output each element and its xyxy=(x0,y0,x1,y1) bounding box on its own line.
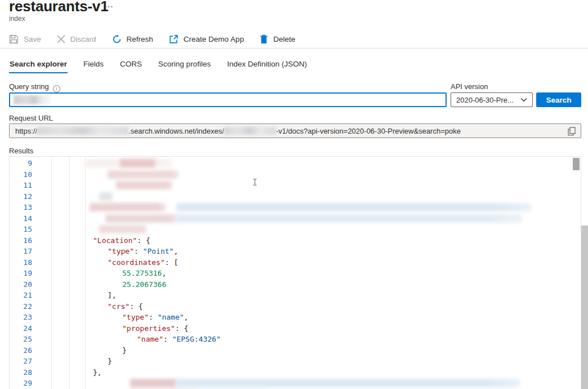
tab-cors[interactable]: CORS xyxy=(119,58,142,73)
redacted-block xyxy=(116,181,172,189)
search-button[interactable]: Search xyxy=(536,92,581,107)
redacted-block xyxy=(105,214,177,223)
request-url-label: Request URL xyxy=(9,114,53,122)
command-bar: SaveDiscardRefreshCreate Demo AppDelete xyxy=(9,31,295,47)
code-line: 29 xyxy=(10,378,581,389)
redacted-block xyxy=(99,225,147,233)
page-scrollbar[interactable] xyxy=(581,0,588,389)
code-line: 14 xyxy=(10,213,581,224)
search-explorer-page: restaurants-v1 ⋯ index SaveDiscardRefres… xyxy=(0,0,588,389)
code-text: "crs": { xyxy=(10,301,581,312)
code-line: 1955.275316, xyxy=(10,268,581,279)
code-text: ], xyxy=(10,290,581,301)
code-text: 55.275316, xyxy=(10,268,581,279)
discard-button[interactable]: Discard xyxy=(57,35,96,43)
code-text: "Location": { xyxy=(10,235,581,246)
redacted-code-text xyxy=(10,191,581,202)
query-string-label: Query stringi xyxy=(9,82,60,92)
request-url-text: https://.search.windows.net/indexes/-v1/… xyxy=(15,127,461,135)
code-line: 17"type": "Point", xyxy=(10,246,581,257)
code-text: "coordinates": [ xyxy=(10,257,581,268)
code-text: } xyxy=(10,345,581,356)
code-line: 9 xyxy=(10,158,581,169)
query-redacted-value xyxy=(14,95,51,104)
toolbar-item-label: Discard xyxy=(70,35,96,43)
info-icon[interactable]: i xyxy=(53,85,60,92)
code-line: 10 xyxy=(10,169,581,180)
redacted-block xyxy=(108,170,179,179)
toolbar-divider xyxy=(0,48,588,48)
code-text: } xyxy=(10,356,581,367)
discard-icon xyxy=(57,35,65,43)
code-line: 11 xyxy=(10,180,581,191)
code-line: 24"properties": { xyxy=(10,323,581,334)
results-editor[interactable]: 910111213141516"Location": {17"type": "P… xyxy=(9,156,581,389)
redacted-code-text xyxy=(10,180,581,191)
redacted-block xyxy=(176,379,520,387)
page-scrollbar-thumb[interactable] xyxy=(581,226,588,389)
save-button[interactable]: Save xyxy=(9,34,41,44)
code-line: 15 xyxy=(10,224,581,235)
results-label: Results xyxy=(9,147,33,155)
redacted-code-text xyxy=(10,169,581,180)
code-lines: 910111213141516"Location": {17"type": "P… xyxy=(10,158,581,389)
url-text-segment: -v1/docs?api-version=2020-06-30-Preview&… xyxy=(276,127,461,135)
refresh-icon xyxy=(112,34,122,44)
redacted-block xyxy=(120,159,156,167)
code-line: 21], xyxy=(10,290,581,301)
query-string-input[interactable] xyxy=(9,92,447,107)
more-menu-icon[interactable]: ⋯ xyxy=(104,1,114,12)
code-text: }, xyxy=(10,367,581,378)
redacted-code-text xyxy=(10,158,581,169)
refresh-button[interactable]: Refresh xyxy=(112,34,153,44)
request-url-field[interactable]: https://.search.windows.net/indexes/-v1/… xyxy=(9,123,581,138)
trash-icon xyxy=(260,34,268,44)
redacted-code-text xyxy=(10,224,581,235)
code-line: 26} xyxy=(10,345,581,356)
api-version-select[interactable]: 2020-06-30-Pre... xyxy=(451,92,533,107)
code-line: 25"name": "EPSG:4326" xyxy=(10,334,581,345)
tab-index-definition-json[interactable]: Index Definition (JSON) xyxy=(226,58,308,73)
code-text: "properties": { xyxy=(10,323,581,334)
toolbar-item-label: Create Demo App xyxy=(184,35,244,43)
redacted-url-segment xyxy=(37,127,128,135)
redacted-block xyxy=(99,192,113,201)
code-line: 13 xyxy=(10,202,581,213)
code-line: 23"type": "name", xyxy=(10,312,581,323)
delete-button[interactable]: Delete xyxy=(260,34,295,44)
copy-icon[interactable] xyxy=(568,127,576,138)
redacted-block xyxy=(130,379,178,387)
save-icon xyxy=(9,34,19,44)
code-line: 27} xyxy=(10,356,581,367)
redacted-code-text xyxy=(10,202,581,213)
code-text: "type": "Point", xyxy=(10,246,581,257)
tab-bar: Search explorerFieldsCORSScoring profile… xyxy=(9,58,308,73)
tab-search-explorer[interactable]: Search explorer xyxy=(9,58,68,73)
code-line: 12 xyxy=(10,191,581,202)
chevron-down-icon xyxy=(520,98,527,102)
toolbar-item-label: Delete xyxy=(273,35,295,43)
page-title: restaurants-v1 xyxy=(9,0,108,15)
toolbar-item-label: Save xyxy=(24,35,41,43)
editor-scrollbar-thumb[interactable] xyxy=(573,158,580,170)
page-subtitle: index xyxy=(9,15,25,23)
api-version-value: 2020-06-30-Pre... xyxy=(456,96,514,104)
redacted-block xyxy=(176,214,523,223)
redacted-code-text xyxy=(10,213,581,224)
api-version-label: API version xyxy=(451,82,488,91)
tab-fields[interactable]: Fields xyxy=(83,58,104,73)
toolbar-item-label: Refresh xyxy=(127,35,153,43)
create-demo-app-button[interactable]: Create Demo App xyxy=(169,34,244,44)
tab-scoring-profiles[interactable]: Scoring profiles xyxy=(158,58,211,73)
code-line: 16"Location": { xyxy=(10,235,581,246)
url-text-segment: https:// xyxy=(15,127,37,135)
code-line: 2025.2067366 xyxy=(10,279,581,290)
code-line: 18"coordinates": [ xyxy=(10,257,581,268)
url-text-segment: .search.windows.net/indexes/ xyxy=(128,127,224,135)
code-text: "type": "name", xyxy=(10,312,581,323)
code-text: 25.2067366 xyxy=(10,279,581,290)
open-in-new-icon xyxy=(169,34,179,44)
code-line: 22"crs": { xyxy=(10,301,581,312)
code-text: "name": "EPSG:4326" xyxy=(10,334,581,345)
redacted-block xyxy=(90,203,166,211)
